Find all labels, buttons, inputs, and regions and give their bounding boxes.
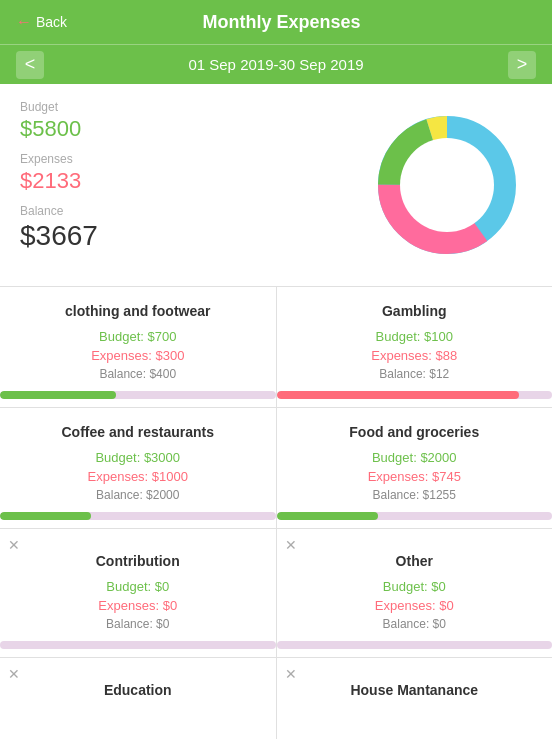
card-balance-4: Balance: $0 [20,617,256,631]
card-3: Food and groceriesBudget: $2000Expenses:… [277,408,553,528]
card-title-6: Education [20,682,256,698]
card-5: ✕OtherBudget: $0Expenses: $0Balance: $0 [277,529,553,657]
card-budget-5: Budget: $0 [297,579,533,594]
card-close-6[interactable]: ✕ [8,666,20,682]
balance-item: Balance $3667 [20,204,362,252]
expenses-item: Expenses $2133 [20,152,362,194]
card-balance-3: Balance: $1255 [297,488,533,502]
card-title-3: Food and groceries [297,424,533,440]
progress-bg-3 [277,512,553,520]
progress-fill-1 [277,391,519,399]
card-budget-4: Budget: $0 [20,579,256,594]
card-expenses-5: Expenses: $0 [297,598,533,613]
prev-arrow-icon: < [25,54,36,75]
back-arrow-icon: ← [16,13,32,31]
svg-point-4 [400,138,494,232]
card-4: ✕ContributionBudget: $0Expenses: $0Balan… [0,529,276,657]
cards-grid: clothing and footwearBudget: $700Expense… [0,286,552,739]
card-budget-3: Budget: $2000 [297,450,533,465]
progress-bg-0 [0,391,276,399]
card-budget-1: Budget: $100 [297,329,533,344]
card-budget-0: Budget: $700 [20,329,256,344]
card-close-5[interactable]: ✕ [285,537,297,553]
summary-left: Budget $5800 Expenses $2133 Balance $366… [20,100,362,262]
card-title-4: Contribution [20,553,256,569]
budget-item: Budget $5800 [20,100,362,142]
card-expenses-4: Expenses: $0 [20,598,256,613]
card-2: Coffee and restaurantsBudget: $3000Expen… [0,408,276,528]
balance-value: $3667 [20,220,362,252]
card-close-4[interactable]: ✕ [8,537,20,553]
expenses-value: $2133 [20,168,362,194]
card-balance-2: Balance: $2000 [20,488,256,502]
card-close-7[interactable]: ✕ [285,666,297,682]
back-label: Back [36,14,67,30]
next-arrow-icon: > [517,54,528,75]
summary-section: Budget $5800 Expenses $2133 Balance $366… [0,84,552,286]
budget-label: Budget [20,100,362,114]
card-expenses-0: Expenses: $300 [20,348,256,363]
donut-chart [362,100,532,270]
card-7: ✕House Mantanance [277,658,553,739]
card-expenses-1: Expenses: $88 [297,348,533,363]
card-expenses-2: Expenses: $1000 [20,469,256,484]
progress-bg-2 [0,512,276,520]
progress-fill-0 [0,391,116,399]
back-button[interactable]: ← Back [16,13,67,31]
top-bar: ← Back Monthly Expenses [0,0,552,44]
progress-bg-5 [277,641,553,649]
prev-date-button[interactable]: < [16,51,44,79]
expenses-label: Expenses [20,152,362,166]
card-balance-0: Balance: $400 [20,367,256,381]
progress-bg-1 [277,391,553,399]
date-nav: < 01 Sep 2019-30 Sep 2019 > [0,44,552,84]
budget-value: $5800 [20,116,362,142]
card-6: ✕Education [0,658,276,739]
balance-label: Balance [20,204,362,218]
card-budget-2: Budget: $3000 [20,450,256,465]
card-0: clothing and footwearBudget: $700Expense… [0,287,276,407]
card-title-1: Gambling [297,303,533,319]
progress-fill-3 [277,512,379,520]
donut-svg [372,110,522,260]
date-range-label: 01 Sep 2019-30 Sep 2019 [188,56,363,73]
card-1: GamblingBudget: $100Expenses: $88Balance… [277,287,553,407]
card-title-2: Coffee and restaurants [20,424,256,440]
card-title-5: Other [297,553,533,569]
progress-bg-4 [0,641,276,649]
card-title-0: clothing and footwear [20,303,256,319]
page-title: Monthly Expenses [67,12,496,33]
progress-fill-2 [0,512,91,520]
card-title-7: House Mantanance [297,682,533,698]
next-date-button[interactable]: > [508,51,536,79]
card-expenses-3: Expenses: $745 [297,469,533,484]
card-balance-5: Balance: $0 [297,617,533,631]
card-balance-1: Balance: $12 [297,367,533,381]
